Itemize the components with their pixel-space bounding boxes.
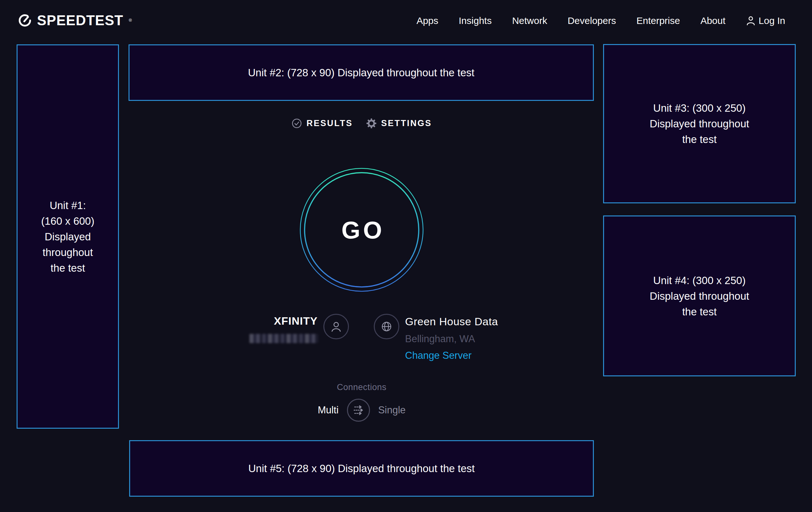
gear-icon — [366, 118, 377, 129]
ad-text-line: Displayed throughout — [650, 116, 749, 132]
ad-text-line: the test — [50, 260, 85, 276]
view-tabs: RESULTS SETTINGS — [266, 118, 457, 129]
isp-name: XFINITY — [223, 315, 318, 327]
connections-label: Connections — [314, 382, 409, 392]
person-icon — [746, 15, 756, 26]
ad-text-line: Unit #2: (728 x 90) Displayed throughout… — [248, 65, 474, 80]
ad-text-line: Unit #1: — [50, 197, 86, 213]
connections-single-option[interactable]: Single — [378, 404, 406, 416]
server-name: Green House Data — [405, 315, 498, 328]
connections-multi-option[interactable]: Multi — [318, 404, 338, 416]
nav-item-network[interactable]: Network — [512, 15, 547, 26]
ad-unit-2: Unit #2: (728 x 90) Displayed throughout… — [128, 44, 594, 101]
nav-item-apps[interactable]: Apps — [416, 15, 438, 26]
gauge-icon — [18, 13, 32, 28]
tab-settings-label: SETTINGS — [381, 118, 432, 128]
isp-avatar — [323, 314, 349, 339]
server-location: Bellingham, WA — [405, 333, 475, 345]
go-button[interactable]: GO — [299, 168, 424, 292]
change-server-link[interactable]: Change Server — [405, 350, 472, 361]
check-circle-icon — [291, 118, 302, 129]
ad-unit-1: Unit #1: (160 x 600) Displayed throughou… — [17, 44, 119, 429]
ad-unit-3: Unit #3: (300 x 250) Displayed throughou… — [603, 44, 796, 203]
nav-item-insights[interactable]: Insights — [459, 15, 491, 26]
ad-text-line: the test — [682, 304, 717, 320]
ad-text-line: (160 x 600) — [41, 213, 94, 229]
nav-item-about[interactable]: About — [700, 15, 725, 26]
connections-toggle: Multi Single — [298, 399, 426, 422]
ad-text-line: Unit #3: (300 x 250) — [653, 100, 746, 116]
multi-arrows-icon — [352, 403, 365, 417]
logo-trademark: ® — [129, 17, 132, 24]
connections-toggle-button[interactable] — [347, 399, 370, 422]
ad-text-line: throughout — [43, 244, 93, 260]
login-label: Log In — [759, 15, 785, 26]
login-link[interactable]: Log In — [746, 15, 785, 26]
ad-text-line: Unit #4: (300 x 250) — [653, 273, 746, 288]
server-avatar — [374, 314, 399, 339]
logo-text: SPEEDTEST — [37, 13, 123, 28]
go-label: GO — [299, 168, 424, 292]
globe-icon — [379, 319, 394, 334]
ip-address-redacted — [250, 334, 318, 343]
ad-text-line: Unit #5: (728 x 90) Displayed throughout… — [249, 461, 475, 476]
tab-results-label: RESULTS — [307, 118, 353, 128]
tab-settings[interactable]: SETTINGS — [366, 118, 432, 129]
ad-text-line: Displayed throughout — [650, 288, 749, 304]
ad-unit-4: Unit #4: (300 x 250) Displayed throughou… — [603, 215, 796, 376]
speedtest-logo[interactable]: SPEEDTEST ® — [18, 13, 132, 28]
nav-item-developers[interactable]: Developers — [568, 15, 616, 26]
ad-text-line: the test — [682, 132, 717, 147]
ad-text-line: Displayed — [45, 229, 91, 244]
nav-item-enterprise[interactable]: Enterprise — [636, 15, 680, 26]
user-icon — [329, 320, 343, 333]
ad-unit-5: Unit #5: (728 x 90) Displayed throughout… — [129, 440, 594, 497]
main-nav: Apps Insights Network Developers Enterpr… — [416, 15, 785, 26]
tab-results[interactable]: RESULTS — [291, 118, 353, 129]
